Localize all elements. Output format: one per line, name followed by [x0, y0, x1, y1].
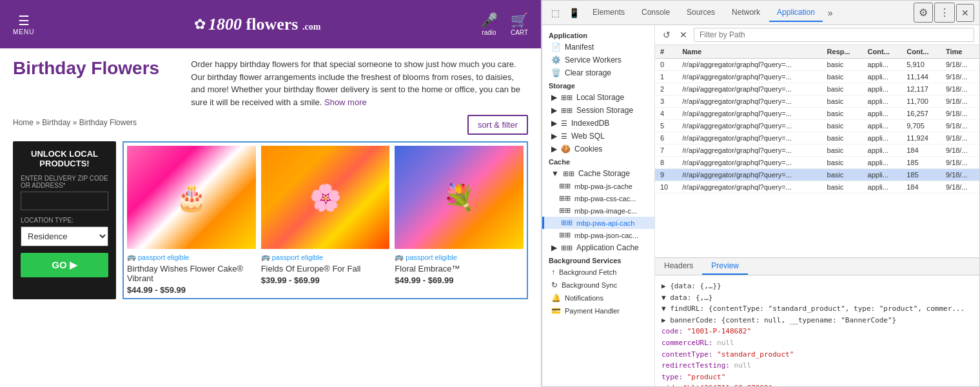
sidebar-service-workers[interactable]: ⚙️ Service Workers — [542, 54, 654, 66]
tab-elements[interactable]: Elements — [585, 4, 632, 22]
cell-num: 8 — [655, 157, 677, 169]
devtools-topbar: ⬚ 📱 Elements Console Sources Network App… — [542, 1, 979, 25]
websql-icon: ☰ — [561, 132, 567, 141]
sidebar-pwa-image-cache[interactable]: ⊞⊞ mbp-pwa-image-c... — [542, 204, 654, 217]
sidebar-notifications[interactable]: 🔔 Notifications — [542, 292, 654, 304]
cell-cont1: appli... — [863, 71, 902, 83]
cell-resp: basic — [822, 144, 863, 157]
cell-num: 2 — [655, 83, 677, 95]
table-row[interactable]: 5 /r/api/aggregator/graphql?query=... ba… — [655, 120, 979, 132]
product-card-1[interactable]: 🌸 🚌 passport eligible Fields Of Europe® … — [261, 146, 390, 295]
cell-name: /r/api/aggregator/graphql?query=... — [677, 95, 821, 108]
sidebar-pwa-api-cache[interactable]: ⊞⊞ mbp-pwa-api-cach — [542, 217, 654, 229]
websql-expand-icon: ▶ — [551, 132, 557, 141]
notifications-icon: 🔔 — [551, 293, 561, 303]
close-devtools-button[interactable]: ✕ — [956, 4, 974, 22]
cart-icon: 🛒 — [511, 12, 528, 29]
sidebar-pwa-js-cache[interactable]: ⊞⊞ mbp-pwa-js-cache — [542, 180, 654, 192]
cell-name: /r/api/aggregator/graphql?query=... — [677, 181, 821, 194]
table-row[interactable]: 4 /r/api/aggregator/graphql?query=... ba… — [655, 108, 979, 120]
zip-input[interactable] — [21, 192, 108, 210]
tab-sources[interactable]: Sources — [679, 4, 723, 22]
tab-application[interactable]: Application — [769, 4, 823, 22]
sidebar-local-storage[interactable]: ▶ ⊞⊞ Local Storage — [542, 91, 654, 104]
sidebar-manifest[interactable]: 📄 Manifest — [542, 41, 654, 54]
product-name-0: Birthday Wishes Flower Cake® Vibrant — [127, 264, 256, 283]
inspect-element-button[interactable]: ⬚ — [547, 5, 564, 21]
cell-cont2: 184 — [901, 144, 941, 157]
cell-resp: basic — [822, 71, 863, 83]
sidebar-payment-handler[interactable]: 💳 Payment Handler — [542, 304, 654, 317]
cache-section-title: Cache — [542, 155, 654, 167]
cell-resp: basic — [822, 181, 863, 194]
filter-input[interactable] — [694, 28, 974, 42]
table-row[interactable]: 9 /r/api/aggregator/graphql?query=... ba… — [655, 169, 979, 181]
sidebar-application-cache[interactable]: ▶ ⊞⊞ Application Cache — [542, 241, 654, 254]
cell-num: 4 — [655, 108, 677, 120]
sidebar-pwa-json-cache[interactable]: ⊞⊞ mbp-pwa-json-cac... — [542, 229, 654, 241]
cache-storage-icon: ⊞⊞ — [563, 170, 574, 178]
cell-cont2: 184 — [901, 181, 941, 194]
sidebar-clear-storage[interactable]: 🗑️ Clear storage — [542, 66, 654, 79]
table-row[interactable]: 1 /r/api/aggregator/graphql?query=... ba… — [655, 71, 979, 83]
sidebar-session-storage[interactable]: ▶ ⊞⊞ Session Storage — [542, 104, 654, 117]
sidebar-cache-storage[interactable]: ▼ ⊞⊞ Cache Storage — [542, 167, 654, 180]
tab-headers[interactable]: Headers — [655, 258, 702, 275]
preview-line: contentType: "standard_product" — [662, 349, 973, 361]
sidebar-indexeddb[interactable]: ▶ ☰ IndexedDB — [542, 117, 654, 130]
tab-network[interactable]: Network — [724, 4, 768, 22]
product-name-2: Floral Embrace™ — [395, 264, 524, 273]
refresh-button[interactable]: ↺ — [660, 28, 673, 41]
cell-cont1: appli... — [863, 83, 902, 95]
cart-button[interactable]: 🛒 CART — [511, 12, 528, 36]
settings-button[interactable]: ⚙ — [914, 3, 933, 23]
cell-cont1: appli... — [863, 157, 902, 169]
sidebar-bg-fetch[interactable]: ↑ Background Fetch — [542, 266, 654, 279]
sidebar-pwa-css-cache[interactable]: ⊞⊞ mbp-pwa-css-cac... — [542, 192, 654, 204]
table-row[interactable]: 10 /r/api/aggregator/graphql?query=... b… — [655, 181, 979, 194]
more-options-button[interactable]: ⋮ — [934, 3, 955, 23]
product-image-1: 🌸 — [261, 146, 390, 249]
passport-icon-2: 🚌 — [395, 253, 404, 261]
cookies-icon: 🍪 — [561, 144, 571, 154]
product-name-1: Fields Of Europe® For Fall — [261, 264, 390, 273]
cell-name: /r/api/aggregator/graphql?query=... — [677, 169, 821, 181]
location-select[interactable]: Residence Business — [21, 226, 108, 246]
table-row[interactable]: 2 /r/api/aggregator/graphql?query=... ba… — [655, 83, 979, 95]
table-row[interactable]: 3 /r/api/aggregator/graphql?query=... ba… — [655, 95, 979, 108]
cell-num: 7 — [655, 144, 677, 157]
go-button[interactable]: GO ▶ — [21, 253, 108, 277]
sidebar-websql[interactable]: ▶ ☰ Web SQL — [542, 130, 654, 143]
sidebar-bg-sync[interactable]: ↻ Background Sync — [542, 279, 654, 292]
description-text: Order happy birthday flowers for that sp… — [191, 58, 528, 108]
more-tabs-button[interactable]: » — [824, 5, 837, 21]
table-row[interactable]: 0 /r/api/aggregator/graphql?query=... ba… — [655, 59, 979, 71]
cell-time: 9/18/... — [941, 108, 979, 120]
clear-button[interactable]: ✕ — [677, 28, 690, 41]
tab-console[interactable]: Console — [634, 4, 678, 22]
sidebar-cookies[interactable]: ▶ 🍪 Cookies — [542, 143, 654, 155]
table-row[interactable]: 6 /r/api/aggregator/graphql?query=... ba… — [655, 132, 979, 144]
show-more-link[interactable]: Show more — [324, 97, 367, 107]
cell-resp: basic — [822, 132, 863, 144]
table-row[interactable]: 8 /r/api/aggregator/graphql?query=... ba… — [655, 157, 979, 169]
cell-resp: basic — [822, 169, 863, 181]
product-card-2[interactable]: 💐 🚌 passport eligible Floral Embrace™ $4… — [395, 146, 524, 295]
application-cache-expand-icon: ▶ — [551, 243, 557, 252]
devtools-main: Application 📄 Manifest ⚙️ Service Worker… — [542, 25, 979, 386]
preview-line: commerceURL: null — [662, 337, 973, 349]
sort-filter-button[interactable]: sort & filter — [467, 115, 528, 135]
product-price-0: $44.99 - $59.99 — [127, 285, 256, 295]
pwa-css-cache-icon: ⊞⊞ — [559, 194, 571, 203]
cell-cont2: 9,705 — [901, 120, 941, 132]
tab-preview[interactable]: Preview — [702, 258, 748, 275]
radio-button[interactable]: 🎤 radio — [480, 12, 498, 36]
table-row[interactable]: 7 /r/api/aggregator/graphql?query=... ba… — [655, 144, 979, 157]
device-toolbar-button[interactable]: 📱 — [565, 5, 583, 21]
product-image-0: 🎂 — [127, 146, 256, 249]
product-card-0[interactable]: 🎂 🚌 passport eligible Birthday Wishes Fl… — [127, 146, 256, 295]
logo-text: 1800 flowers .com — [208, 15, 320, 34]
menu-button[interactable]: ☰ MENU — [13, 13, 34, 35]
site-header: ☰ MENU ✿ 1800 flowers .com 🎤 radio 🛒 CAR… — [0, 0, 541, 48]
microphone-icon: 🎤 — [480, 12, 498, 29]
